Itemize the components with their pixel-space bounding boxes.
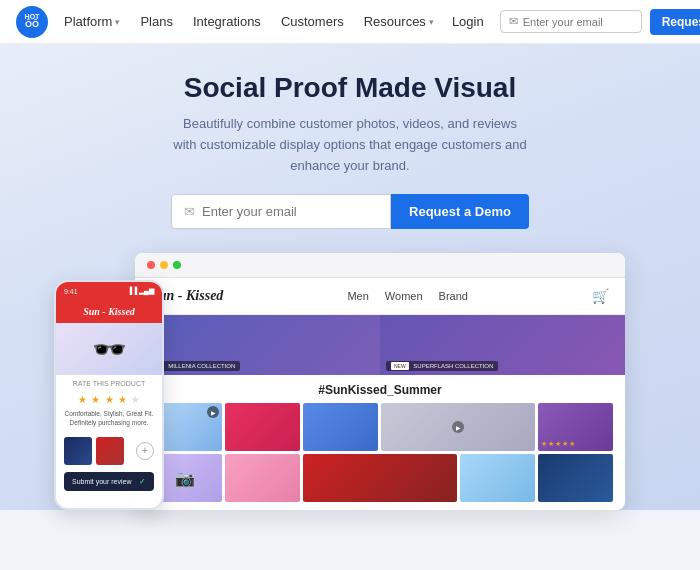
- browser-close-dot[interactable]: [147, 261, 155, 269]
- phone-status-bar: 9:41 ▐▐ ▂▄▆: [56, 282, 162, 300]
- nav-links: Platform ▾ Plans Integrations Customers …: [54, 14, 444, 29]
- hero-email-box: ✉: [171, 194, 391, 229]
- star-2[interactable]: ★: [91, 394, 100, 405]
- photo-cell-3[interactable]: [303, 403, 378, 451]
- star-5[interactable]: ★: [131, 394, 140, 405]
- site-banner-2[interactable]: NEW SUPERFLASH COLLECTION: [380, 315, 625, 375]
- phone-thumb-row: +: [56, 433, 162, 469]
- photo-cell-5[interactable]: ★★ ★★ ★: [538, 403, 613, 451]
- phone-store-header: Sun - Kissed: [56, 300, 162, 323]
- site-banner-1[interactable]: NEW MILLENIA COLLECTION: [135, 315, 380, 375]
- nav-email-input[interactable]: [523, 16, 633, 28]
- mockup-section: 9:41 ▐▐ ▂▄▆ Sun - Kissed 🕶️ RATE THIS PR…: [16, 253, 684, 510]
- login-link[interactable]: Login: [444, 14, 492, 29]
- photo-cell-7[interactable]: [225, 454, 300, 502]
- logo[interactable]: HOTŌŌ: [16, 6, 48, 38]
- photo-cell-9[interactable]: [460, 454, 535, 502]
- nav-item-integrations[interactable]: Integrations: [183, 14, 271, 29]
- nav-item-customers[interactable]: Customers: [271, 14, 354, 29]
- video-icon: ▶: [207, 406, 219, 418]
- nav-item-plans[interactable]: Plans: [130, 14, 183, 29]
- phone-add-image-button[interactable]: +: [136, 442, 154, 460]
- photo-cell-10[interactable]: [538, 454, 613, 502]
- nav-item-platform[interactable]: Platform ▾: [54, 14, 130, 29]
- phone-review-text: Comfortable, Stylish, Great Fit. Definit…: [64, 409, 154, 427]
- hashtag-title: #SunKissed_Summer: [147, 383, 613, 397]
- navbar: HOTŌŌ Platform ▾ Plans Integrations Cust…: [0, 0, 700, 44]
- phone-store-name: Sun - Kissed: [64, 306, 154, 317]
- email-icon: ✉: [184, 204, 195, 219]
- hero-form: ✉ Request a Demo: [16, 194, 684, 229]
- nav-email-box: ✉: [500, 10, 642, 33]
- phone-stars[interactable]: ★ ★ ★ ★ ★: [64, 389, 154, 407]
- browser-chrome: [135, 253, 625, 278]
- site-nav: Sun - Kissed Men Women Brand 🛒: [135, 278, 625, 315]
- stars-overlay: ★★ ★★ ★: [541, 440, 610, 448]
- check-icon: ✓: [139, 477, 146, 486]
- site-banner-badge-2: NEW SUPERFLASH COLLECTION: [386, 361, 498, 371]
- phone-product-image: 🕶️: [56, 323, 162, 375]
- sunglasses-icon: 🕶️: [92, 333, 127, 366]
- site-banners: NEW MILLENIA COLLECTION NEW SUPERFLASH C…: [135, 315, 625, 375]
- hashtag-section: #SunKissed_Summer ▶ ▶ ★★ ★★ ★: [135, 375, 625, 510]
- cart-icon[interactable]: 🛒: [592, 288, 609, 304]
- nav-demo-button[interactable]: Request a demo: [650, 9, 700, 35]
- email-icon: ✉: [509, 15, 518, 28]
- site-nav-men[interactable]: Men: [347, 290, 368, 302]
- chevron-down-icon: ▾: [115, 17, 120, 27]
- site-nav-women[interactable]: Women: [385, 290, 423, 302]
- nav-right: Login ✉ Request a demo: [444, 9, 700, 35]
- star-4[interactable]: ★: [118, 394, 127, 405]
- phone-submit-bar[interactable]: Submit your review ✓: [64, 472, 154, 491]
- hero-subtitle: Beautifully combine customer photos, vid…: [170, 114, 530, 176]
- phone-rate-label: RATE THIS PRODUCT: [64, 380, 154, 387]
- nav-item-resources[interactable]: Resources ▾: [354, 14, 444, 29]
- hero-email-input[interactable]: [202, 204, 372, 219]
- browser-maximize-dot[interactable]: [173, 261, 181, 269]
- photo-cell-2[interactable]: [225, 403, 300, 451]
- browser-minimize-dot[interactable]: [160, 261, 168, 269]
- site-nav-links: Men Women Brand: [347, 290, 467, 302]
- phone-thumbnail-2[interactable]: [96, 437, 124, 465]
- site-nav-brand[interactable]: Brand: [439, 290, 468, 302]
- phone-submit-label: Submit your review: [72, 478, 132, 485]
- phone-thumbnail-1[interactable]: [64, 437, 92, 465]
- phone-rating-section: RATE THIS PRODUCT ★ ★ ★ ★ ★ Comfortable,…: [56, 375, 162, 432]
- chevron-down-icon: ▾: [429, 17, 434, 27]
- hero-section: Social Proof Made Visual Beautifully com…: [0, 44, 700, 510]
- hero-cta-button[interactable]: Request a Demo: [391, 194, 529, 229]
- photo-cell-4[interactable]: ▶: [381, 403, 534, 451]
- phone-mockup: 9:41 ▐▐ ▂▄▆ Sun - Kissed 🕶️ RATE THIS PR…: [54, 280, 164, 510]
- star-3[interactable]: ★: [105, 394, 114, 405]
- star-1[interactable]: ★: [78, 394, 87, 405]
- photo-grid: ▶ ▶ ★★ ★★ ★ 📷: [147, 403, 613, 502]
- browser-mockup: Sun - Kissed Men Women Brand 🛒 NEW MILLE…: [135, 253, 625, 510]
- video-icon-2: ▶: [452, 421, 464, 433]
- hero-title: Social Proof Made Visual: [16, 72, 684, 104]
- photo-cell-8[interactable]: [303, 454, 456, 502]
